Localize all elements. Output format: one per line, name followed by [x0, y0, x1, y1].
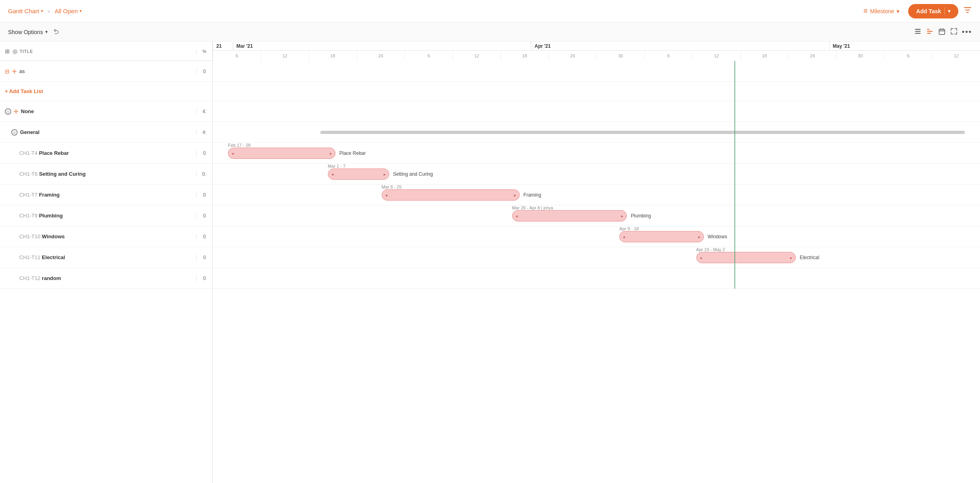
indent-list-icon[interactable]	[926, 27, 934, 37]
add-task-label: Add Task	[916, 8, 941, 14]
task-name: CH1-T9 Plumbing	[19, 213, 63, 219]
show-options-button[interactable]: Show Options ▾	[8, 29, 48, 35]
task-name: CH1-T4 Place Rebar	[19, 150, 69, 156]
day-label: 18	[740, 51, 789, 61]
section-pct: 4:	[196, 109, 212, 114]
breadcrumb-sep: ›	[48, 8, 50, 14]
undo-button[interactable]	[53, 28, 60, 37]
pct-label: %	[203, 49, 207, 54]
list-item: CH1-T12 random 0	[0, 268, 212, 289]
expand-icon[interactable]	[950, 27, 958, 37]
breadcrumb: Gantt Chart ▾ › All Open ▾	[8, 8, 82, 14]
gantt-bar[interactable]: ◂ ▸	[328, 168, 389, 180]
gantt-task-row	[213, 268, 980, 289]
bar-right-label: Framing	[523, 192, 541, 198]
task-pct: 0	[196, 213, 212, 219]
gantt-task-row: ◂ ▸ Mar 1 - 7 Setting and Curing	[213, 164, 980, 185]
day-label: 12	[932, 51, 980, 61]
gantt-day-row: 6 12 18 24 6 12 18 24 30 6 12 18 24 30 6…	[213, 51, 980, 61]
task-id: CH1-T9	[19, 213, 39, 219]
list-item: ⊟ ✛ as 0	[0, 61, 212, 82]
month-21: 21	[213, 42, 233, 50]
task-id: CH1-T10	[19, 233, 42, 239]
task-title-cell: CH1-T12 random	[0, 275, 196, 281]
svg-rect-5	[927, 33, 931, 34]
title-label: TITLE	[20, 49, 33, 54]
svg-rect-4	[927, 31, 933, 32]
bar-arrow-right: ▸	[384, 172, 386, 177]
gantt-general-row: General	[213, 122, 980, 143]
bar-arrow-left: ◂	[623, 235, 625, 239]
gantt-bar[interactable]: ◂ ▸	[696, 252, 796, 263]
gantt-bar[interactable]: ◂ ▸	[619, 231, 703, 242]
day-label: 12	[692, 51, 740, 61]
add-task-list-button[interactable]: + Add Task List	[5, 88, 43, 94]
day-label: 12	[261, 51, 309, 61]
gantt-task-row: ◂ ▸ Mar 26 - Apr 8 | priya Plumbing	[213, 205, 980, 226]
gantt-add-row	[213, 82, 980, 101]
section-title-cell: ◎ General	[0, 129, 196, 136]
task-id: CH1-T6	[19, 171, 39, 177]
section-name: None	[21, 108, 34, 114]
gantt-row	[213, 61, 980, 82]
day-label: 18	[500, 51, 549, 61]
day-label: 24	[357, 51, 405, 61]
collapse-circle-icon[interactable]: ◎	[5, 108, 11, 115]
task-list-icon: ⊟	[5, 68, 10, 75]
bar-right-label: Setting and Curing	[393, 171, 433, 177]
task-name: CH1-T7 Framing	[19, 192, 59, 198]
gantt-body: General ◂ ▸ Feb 17 - 28 Place Rebar ◂ ▸	[213, 61, 980, 289]
toolbar-left: Show Options ▾	[8, 28, 60, 37]
day-label: 24	[788, 51, 836, 61]
left-panel: ⊞ ◎ TITLE % ⊟ ✛ as 0 + Add Task List ◎	[0, 42, 213, 483]
task-pct: 0	[196, 69, 212, 74]
list-item: CH1-T6 Setting and Curing 0||	[0, 164, 212, 185]
list-item: CH1-T7 Framing 0	[0, 185, 212, 205]
show-options-label: Show Options	[8, 29, 43, 35]
svg-rect-0	[915, 29, 921, 30]
more-options-icon[interactable]: •••	[962, 28, 972, 36]
all-open-nav[interactable]: All Open ▾	[55, 8, 82, 14]
gantt-row	[213, 101, 980, 122]
task-title-cell: ⊟ ✛ as	[0, 68, 196, 75]
main-content: ⊞ ◎ TITLE % ⊟ ✛ as 0 + Add Task List ◎	[0, 42, 980, 483]
top-bar: Gantt Chart ▾ › All Open ▾ ≡ Milestone ▾…	[0, 0, 980, 22]
task-title-cell: CH1-T10 Windows	[0, 233, 196, 239]
show-options-chevron-icon: ▾	[45, 29, 48, 34]
bar-date-label: Apr 9 - 18	[619, 226, 638, 231]
task-id: CH1-T12	[19, 275, 42, 281]
settings-icon: ⊞	[5, 48, 10, 55]
calendar-icon[interactable]	[938, 27, 946, 37]
bar-date-label: Feb 17 - 28	[228, 143, 250, 148]
task-pct: 0	[196, 276, 212, 281]
day-label: 24	[549, 51, 597, 61]
gantt-month-row: 21 Mar '21 Apr '21 May '21	[213, 42, 980, 51]
milestone-label: Milestone	[870, 8, 894, 14]
svg-rect-6	[939, 29, 945, 34]
task-title-cell: CH1-T4 Place Rebar	[0, 150, 196, 156]
milestone-button[interactable]: ≡ Milestone ▾	[860, 4, 903, 18]
gantt-task-row: ◂ ▸ Apr 19 - May 2 Electrical	[213, 247, 980, 268]
bar-date-label: Mar 8 - 25	[382, 185, 402, 189]
list-item: ◎ ✛ None 4:	[0, 101, 212, 122]
list-item: CH1-T11 Electrical 0	[0, 247, 212, 268]
list-item: CH1-T10 Windows 0	[0, 226, 212, 247]
gantt-chart-nav[interactable]: Gantt Chart ▾	[8, 8, 43, 14]
gantt-chart-label: Gantt Chart	[8, 8, 39, 14]
list-view-icon[interactable]	[914, 27, 922, 37]
gantt-task-row: ◂ ▸ Apr 9 - 18 Windows	[213, 226, 980, 247]
collapse-circle-icon[interactable]: ◎	[11, 129, 18, 136]
filter-icon[interactable]	[963, 6, 972, 16]
add-task-button[interactable]: Add Task ▾	[908, 4, 958, 18]
task-id: CH1-T11	[19, 254, 42, 260]
list-item: CH1-T9 Plumbing 0	[0, 205, 212, 226]
gantt-bar[interactable]: ◂ ▸	[228, 148, 335, 159]
bar-date-label: Mar 1 - 7	[328, 164, 346, 168]
gantt-bar[interactable]: ◂ ▸	[382, 189, 520, 201]
gantt-bar[interactable]: ◂ ▸	[512, 210, 627, 221]
task-name: CH1-T12 random	[19, 275, 61, 281]
task-name: CH1-T11 Electrical	[19, 254, 65, 260]
bar-right-label: Place Rebar	[339, 150, 366, 156]
gantt-chevron-icon: ▾	[41, 8, 43, 14]
task-name: CH1-T10 Windows	[19, 233, 65, 239]
